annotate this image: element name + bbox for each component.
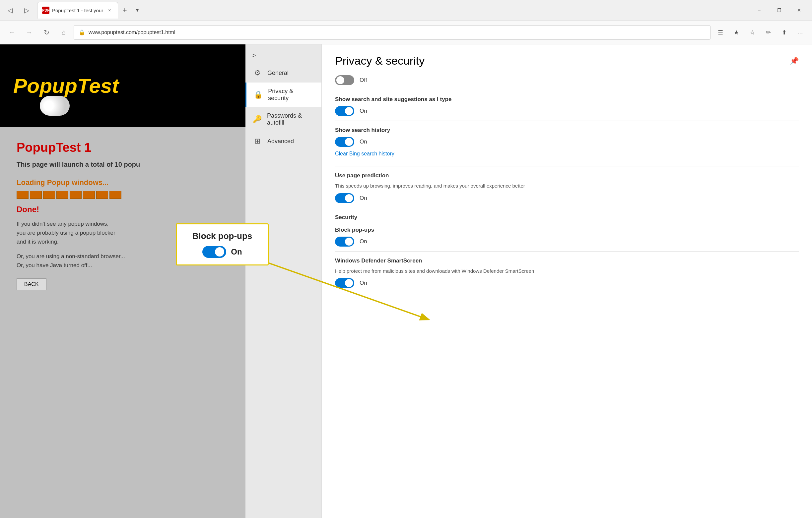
first-toggle-label: Off [359, 77, 367, 84]
progress-bar [17, 191, 229, 199]
back-button[interactable]: ← [5, 25, 19, 40]
progress-block [96, 191, 108, 199]
tab-close-button[interactable]: × [106, 7, 113, 14]
callout-toggle[interactable] [202, 246, 226, 258]
tab-item[interactable]: PDF PopupTest 1 - test your × [37, 2, 118, 19]
url-text: www.popuptest.com/popuptest1.html [89, 30, 705, 35]
divider [335, 208, 799, 208]
sidebar-item-general[interactable]: ⚙ General [245, 63, 321, 83]
settings-panel: Privacy & security 📌 Off Show search and… [322, 44, 812, 518]
favorites-button[interactable]: ★ [729, 25, 744, 40]
smartscreen-toggle[interactable] [335, 278, 354, 288]
pen-button[interactable]: ✏ [761, 25, 776, 40]
page-title: PopupTest 1 [17, 141, 229, 155]
show-suggestions-label: Show search and site suggestions as I ty… [335, 96, 799, 103]
show-history-label: Show search history [335, 127, 799, 133]
callout-toggle-row: On [185, 246, 260, 258]
prediction-toggle[interactable] [335, 193, 354, 203]
close-button[interactable]: ✕ [789, 4, 809, 17]
clear-history-link[interactable]: Clear Bing search history [335, 151, 395, 157]
progress-block [110, 191, 121, 199]
settings-title: Privacy & security [335, 54, 425, 67]
minimize-button[interactable]: – [750, 4, 769, 17]
privacy-icon: 🔒 [254, 90, 263, 99]
sidebar-item-passwords[interactable]: 🔑 Passwords & autofill [245, 107, 321, 131]
more-button[interactable]: … [793, 25, 807, 40]
sidebar-item-label: Passwords & autofill [267, 112, 314, 126]
progress-block [17, 191, 29, 199]
block-popups-toggle-row: On [335, 237, 799, 247]
progress-block [83, 191, 95, 199]
tab-title: PopupTest 1 - test your [52, 8, 103, 13]
prediction-toggle-label: On [359, 195, 367, 202]
general-icon: ⚙ [253, 69, 262, 77]
back-history-button[interactable]: ◁ [3, 4, 17, 17]
tab-favicon-icon: PDF [42, 7, 50, 14]
callout-title: Block pop-ups [185, 231, 260, 241]
titlebar: ◁ ▷ PDF PopupTest 1 - test your × + ▾ – … [0, 0, 812, 21]
history-toggle-row: On [335, 137, 799, 147]
block-popups-toggle-label: On [359, 238, 367, 245]
pin-button[interactable]: 📌 [790, 57, 799, 65]
settings-sidebar: > ⚙ General 🔒 Privacy & security 🔑 Passw… [245, 44, 322, 518]
history-toggle[interactable] [335, 137, 354, 147]
window-controls: – ❐ ✕ [750, 4, 809, 17]
sidebar-item-privacy-security[interactable]: 🔒 Privacy & security [245, 83, 321, 107]
hub-button[interactable]: ☆ [745, 25, 760, 40]
block-popups-toggle[interactable] [335, 237, 354, 247]
smartscreen-toggle-label: On [359, 280, 367, 286]
callout-box: Block pop-ups On [176, 223, 269, 266]
history-toggle-label: On [359, 139, 367, 145]
page-prediction-desc: This speeds up browsing, improves readin… [335, 182, 799, 190]
block-popups-label: Block pop-ups [335, 227, 799, 233]
advanced-icon: ⊞ [253, 137, 262, 146]
tab-nav-icons: ◁ ▷ [3, 4, 33, 17]
restore-button[interactable]: ❐ [770, 4, 789, 17]
site-logo: PopupTest [13, 75, 119, 96]
address-box[interactable]: 🔒 www.popuptest.com/popuptest1.html [74, 25, 710, 40]
sidebar-collapse-button[interactable]: > [245, 48, 321, 63]
forward-history-button[interactable]: ▷ [20, 4, 33, 17]
divider [335, 166, 799, 166]
tab-list-button[interactable]: ▾ [132, 4, 143, 16]
suggestions-toggle-row: On [335, 106, 799, 116]
sidebar-item-advanced[interactable]: ⊞ Advanced [245, 131, 321, 151]
sidebar-item-label: Privacy & security [268, 88, 314, 102]
refresh-button[interactable]: ↻ [39, 25, 54, 40]
share-button[interactable]: ⬆ [777, 25, 791, 40]
page-subtitle: This page will launch a total of 10 popu [17, 161, 229, 169]
divider [335, 251, 799, 251]
callout-toggle-label: On [231, 247, 242, 256]
page-body: PopupTest 1 This page will launch a tota… [0, 127, 245, 518]
prediction-toggle-row: On [335, 193, 799, 203]
suggestions-toggle-label: On [359, 108, 367, 114]
divider [335, 90, 799, 90]
logo-cloud-icon [40, 96, 70, 116]
smartscreen-desc: Help protect me from malicious sites and… [335, 268, 799, 275]
address-bar: ← → ↻ ⌂ 🔒 www.popuptest.com/popuptest1.h… [0, 21, 812, 44]
new-tab-button[interactable]: + [118, 4, 132, 17]
logo-text: PopupTest [13, 75, 119, 96]
suggestions-toggle[interactable] [335, 106, 354, 116]
loading-text: Loading Popup windows... [17, 178, 229, 187]
page-header: PopupTest [0, 44, 245, 127]
first-toggle[interactable] [335, 75, 354, 85]
progress-block [70, 191, 82, 199]
forward-button[interactable]: → [22, 25, 36, 40]
smartscreen-label: Windows Defender SmartScreen [335, 257, 799, 264]
toolbar-buttons: ☰ ★ ☆ ✏ ⬆ … [713, 25, 807, 40]
reading-view-button[interactable]: ☰ [713, 25, 728, 40]
main-area: PopupTest PopupTest 1 This page will lau… [0, 44, 812, 518]
security-section-label: Security [335, 214, 799, 221]
progress-block [56, 191, 68, 199]
back-button[interactable]: BACK [17, 278, 47, 290]
smartscreen-toggle-row: On [335, 278, 799, 288]
sidebar-item-label: Advanced [267, 138, 294, 145]
browser-content: PopupTest PopupTest 1 This page will lau… [0, 44, 245, 518]
divider [335, 121, 799, 121]
lock-icon: 🔒 [79, 29, 85, 35]
sidebar-item-label: General [267, 70, 289, 77]
home-button[interactable]: ⌂ [56, 25, 71, 40]
done-text: Done! [17, 205, 229, 214]
first-toggle-row: Off [335, 75, 799, 85]
